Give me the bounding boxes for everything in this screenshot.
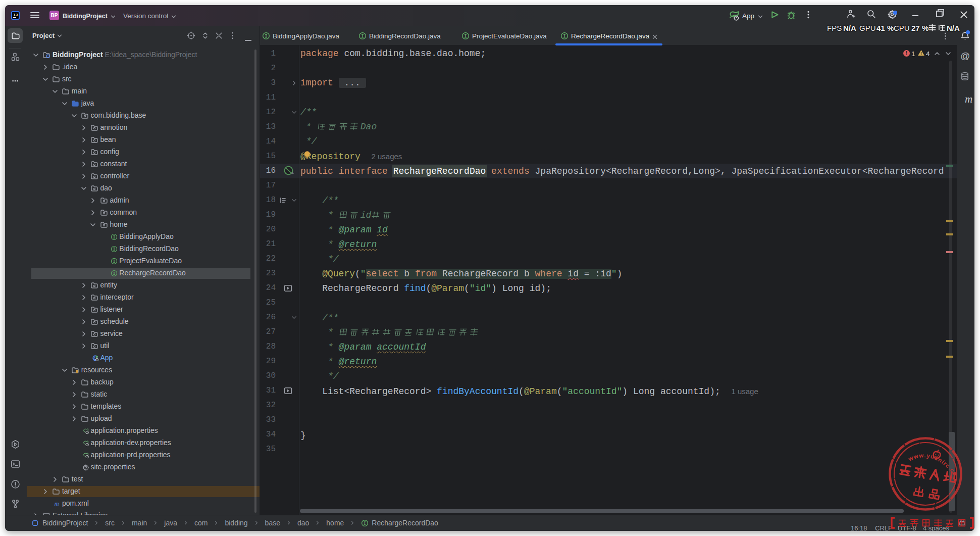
- svg-text:m: m: [55, 500, 59, 507]
